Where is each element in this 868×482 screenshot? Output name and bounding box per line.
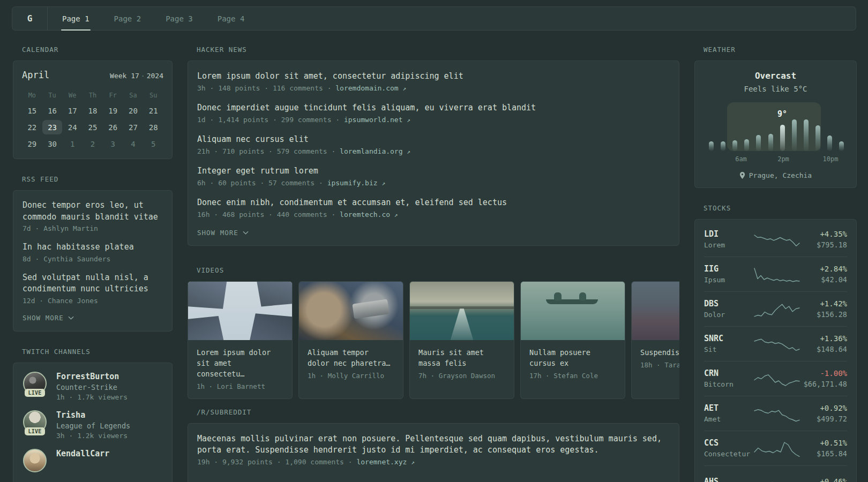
weather-section: WEATHER Overcast Feels like 5°C 9° 6am 2…: [694, 46, 857, 188]
twitch-channel-row[interactable]: LIVE Trisha League of Legends 3h · 1.2k …: [23, 410, 163, 440]
rss-item: Sed volutpat nulla nisl, a condimentum n…: [23, 272, 163, 305]
stock-symbol: CRN: [704, 368, 753, 378]
weather-card: Overcast Feels like 5°C 9° 6am 2pm 10pm …: [694, 61, 857, 188]
stock-row[interactable]: AETAmet +0.92%$499.72: [704, 396, 847, 431]
weather-location: Prague, Czechia: [704, 171, 847, 179]
stock-name: Lorem: [704, 241, 753, 249]
rss-item-title[interactable]: Sed volutpat nulla nisl, a condimentum n…: [23, 272, 163, 295]
stock-name: Bitcorn: [704, 380, 753, 388]
channel-avatar[interactable]: [23, 449, 47, 472]
weather-bar: [721, 141, 725, 151]
rss-section: RSS FEED Donec tempor eros leo, ut commo…: [13, 175, 173, 332]
weather-hour-labels: 6am 2pm 10pm: [704, 154, 847, 163]
section-label-subreddit: /R/SUBREDDIT: [197, 408, 679, 416]
video-meta: 1h · Lori Barnett: [197, 382, 283, 390]
channel-name[interactable]: ForrestBurton: [56, 372, 128, 381]
stock-symbol: CCS: [704, 438, 753, 448]
show-more-button[interactable]: SHOW MORE: [197, 229, 249, 237]
external-link-icon: ↗: [407, 148, 410, 155]
hn-item-title[interactable]: Lorem ipsum dolor sit amet, consectetur …: [197, 71, 670, 82]
video-title[interactable]: Suspendisse diam: [640, 347, 679, 358]
stock-price: $42.04: [800, 275, 847, 284]
hn-item-meta: 6h · 60 points · 57 comments · ipsumify.…: [197, 179, 670, 187]
hn-item-title[interactable]: Donec imperdiet augue tincidunt felis al…: [197, 102, 670, 114]
rss-item-meta: 7d · Ashlyn Martin: [23, 224, 163, 232]
video-thumbnail[interactable]: [632, 282, 679, 340]
calendar-day: 15: [22, 103, 42, 118]
external-link-icon: ↗: [411, 459, 415, 466]
twitch-channel-row[interactable]: LIVE ForrestBurton Counter-Strike 1h · 1…: [23, 372, 163, 401]
hn-domain-link[interactable]: ipsumify.biz ↗: [327, 179, 385, 187]
stock-row[interactable]: SNRCSit +1.36%$148.64: [704, 326, 847, 361]
live-badge: LIVE: [25, 389, 46, 397]
dashboard-content: CALENDAR April Week 17·2024 Mo Tu We Th …: [0, 31, 868, 482]
rss-item-title[interactable]: In hac habitasse platea: [23, 242, 163, 253]
calendar-day: 19: [103, 103, 123, 118]
stock-symbol: IIG: [704, 264, 753, 274]
calendar-day: 18: [83, 103, 103, 118]
rss-item-meta: 8d · Cynthia Saunders: [23, 255, 163, 263]
stock-row[interactable]: CRNBitcorn -1.00%$66,171.48: [704, 361, 847, 396]
stock-change: -1.00%: [800, 369, 847, 378]
hn-item: Integer eget rutrum lorem 6h · 60 points…: [197, 165, 670, 187]
stock-row[interactable]: CCSConsectetur +0.51%$165.84: [704, 431, 847, 465]
videos-section: VIDEOS Lorem ipsum dolor sit amet consec…: [188, 266, 679, 399]
stock-price: $165.84: [800, 449, 847, 458]
hn-item-title[interactable]: Integer eget rutrum lorem: [197, 165, 670, 177]
stock-price: $66,171.48: [800, 380, 847, 388]
channel-name[interactable]: Trisha: [56, 410, 130, 420]
weekday-label: Th: [83, 89, 103, 101]
weather-bar: [732, 140, 737, 151]
twitch-channel-row[interactable]: KendallCarr: [23, 449, 163, 472]
post-title[interactable]: Maecenas mollis pulvinar erat non posuer…: [197, 433, 670, 456]
video-thumbnail[interactable]: [188, 282, 292, 340]
hn-item: Donec enim nibh, condimentum et accumsan…: [197, 197, 670, 219]
video-title[interactable]: Nullam posuere cursus ex: [529, 347, 616, 368]
hn-item-title[interactable]: Aliquam nec cursus elit: [197, 134, 670, 145]
show-more-button[interactable]: SHOW MORE: [23, 314, 74, 322]
weather-bar: [792, 119, 797, 151]
hn-item-meta: 1d · 1,414 points · 299 comments · ipsum…: [197, 116, 670, 124]
stock-sparkline: [753, 230, 800, 249]
video-card: Lorem ipsum dolor sit amet consectetu… 1…: [188, 281, 293, 399]
hn-domain-link[interactable]: ipsumworld.net ↗: [344, 116, 410, 124]
stock-symbol: AHS: [704, 477, 753, 482]
hn-item-title[interactable]: Donec enim nibh, condimentum et accumsan…: [197, 197, 670, 208]
calendar-month: April: [22, 70, 49, 80]
video-meta: 1h · Molly Carrillo: [308, 372, 394, 380]
channel-meta: 3h · 1.2k viewers: [56, 432, 130, 440]
hour-label: 6am: [735, 155, 747, 163]
stock-change: +0.92%: [800, 404, 847, 412]
hn-domain-link[interactable]: loremtech.co ↗: [340, 210, 398, 219]
hn-item-meta: 21h · 710 points · 579 comments · loreml…: [197, 147, 670, 155]
hn-item: Lorem ipsum dolor sit amet, consectetur …: [197, 71, 670, 92]
calendar-day-next-month: 3: [103, 137, 123, 151]
tab-page-2[interactable]: Page 2: [114, 7, 141, 30]
stock-row[interactable]: AHS +0.46%: [704, 465, 847, 482]
video-title[interactable]: Mauris sit amet massa felis: [418, 347, 505, 368]
calendar-card: April Week 17·2024 Mo Tu We Th Fr Sa Su …: [13, 61, 173, 159]
tab-page-4[interactable]: Page 4: [218, 7, 245, 30]
calendar-day-selected: 23: [42, 120, 63, 134]
stock-row[interactable]: DBSDolor +1.42%$156.28: [704, 291, 847, 326]
section-label-videos: VIDEOS: [197, 266, 679, 274]
stock-row[interactable]: IIGIpsum +2.84%$42.04: [704, 257, 847, 291]
post-domain-link[interactable]: loremnet.xyz ↗: [356, 458, 414, 466]
tab-page-1[interactable]: Page 1: [62, 7, 89, 30]
hn-domain-link[interactable]: loremlandia.org ↗: [340, 147, 410, 155]
video-thumbnail[interactable]: [410, 282, 514, 340]
rss-item-title[interactable]: Donec tempor eros leo, ut commodo mauris…: [23, 200, 163, 223]
app-logo[interactable]: G: [12, 7, 48, 30]
top-navigation-bar: G Page 1 Page 2 Page 3 Page 4: [12, 6, 856, 31]
stock-symbol: AET: [704, 403, 753, 413]
hn-domain-link[interactable]: loremdomain.com ↗: [335, 84, 406, 92]
video-title[interactable]: Aliquam tempor dolor nec pharetra…: [308, 347, 394, 368]
video-thumbnail[interactable]: [299, 282, 403, 340]
stock-row[interactable]: LDILorem +4.35%$795.18: [704, 222, 847, 257]
calendar-grid: Mo Tu We Th Fr Sa Su 15 16 17 18 19 20 2…: [22, 89, 163, 151]
tab-page-3[interactable]: Page 3: [166, 7, 193, 30]
video-title[interactable]: Lorem ipsum dolor sit amet consectetu…: [197, 347, 283, 379]
section-label-hackernews: HACKER NEWS: [197, 46, 679, 54]
video-thumbnail[interactable]: [521, 282, 625, 340]
channel-name[interactable]: KendallCarr: [56, 449, 109, 458]
